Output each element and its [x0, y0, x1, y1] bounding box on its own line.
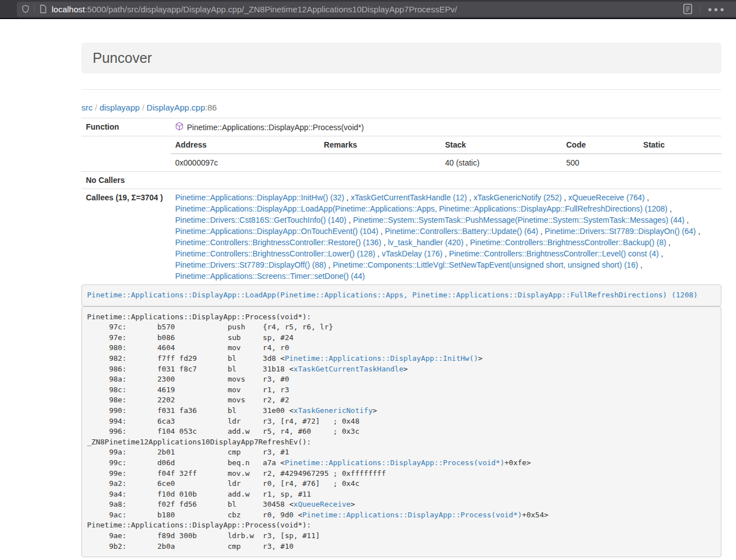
url-bar[interactable]: localhost:5000/path/src/displayapp/Displ…: [17, 2, 736, 17]
callee-link[interactable]: Pinetime::System::SystemTask::PushMessag…: [353, 215, 685, 224]
callee-link[interactable]: Pinetime::Components::LittleVgl::SetNewT…: [333, 260, 638, 269]
callee-link[interactable]: Pinetime::Controllers::BrightnessControl…: [175, 249, 375, 258]
page-title: Puncover: [93, 50, 710, 66]
table-row: Address Remarks Stack Code Static 0x0000…: [81, 136, 721, 172]
assembly-symbol-link[interactable]: xQueueReceive: [294, 500, 351, 508]
more-menu-icon[interactable]: ●●●: [705, 5, 732, 13]
callee-link[interactable]: Pinetime::Applications::DisplayApp::Init…: [175, 193, 344, 202]
table-row: Function Pinetime::Applications::Display…: [81, 118, 721, 136]
col-header-address: Address: [171, 136, 319, 154]
col-header-code: Code: [561, 136, 638, 154]
url-path: :5000/path/src/displayapp/DisplayApp.cpp…: [85, 4, 457, 14]
function-detail-table: Address Remarks Stack Code Static 0x0000…: [171, 136, 721, 171]
breadcrumb-separator: /: [140, 103, 147, 112]
cell-remarks: [319, 154, 441, 171]
browser-toolbar: localhost:5000/path/src/displayapp/Displ…: [0, 0, 736, 19]
callee-link[interactable]: Pinetime::Applications::DisplayApp::Load…: [175, 204, 668, 213]
cell-address: 0x0000097c: [171, 154, 319, 171]
divider: [34, 4, 35, 13]
assembly-symbol-link[interactable]: xTaskGenericNotify: [294, 406, 373, 415]
breadcrumb-separator: /: [93, 103, 99, 112]
assembly-symbol-link[interactable]: Pinetime::Applications::DisplayApp::Proc…: [303, 511, 522, 519]
breadcrumb-link[interactable]: src: [81, 103, 93, 112]
shield-icon[interactable]: [21, 4, 30, 13]
breadcrumb-link[interactable]: displayapp: [99, 103, 140, 112]
callee-link[interactable]: Pinetime::Controllers::BrightnessControl…: [470, 238, 666, 247]
highlighted-callee-box: Pinetime::Applications::DisplayApp::Load…: [81, 284, 721, 306]
callee-link[interactable]: lv_task_handler (420): [388, 238, 464, 247]
url-host: localhost: [52, 4, 85, 14]
callee-link[interactable]: Pinetime::Drivers::Cst816S::GetTouchInfo…: [175, 215, 346, 224]
reader-mode-icon[interactable]: [682, 3, 693, 15]
callee-link[interactable]: Pinetime::Controllers::BrightnessControl…: [175, 238, 381, 247]
callee-link[interactable]: Pinetime::Controllers::BrightnessControl…: [449, 249, 659, 258]
callee-link[interactable]: xTaskGenericNotify (252): [473, 193, 561, 202]
highlighted-callee-link[interactable]: Pinetime::Applications::DisplayApp::Load…: [87, 291, 698, 299]
symbol-info-table: Function Pinetime::Applications::Display…: [81, 118, 721, 284]
callee-link[interactable]: Pinetime::Drivers::St7789::DisplayOff() …: [175, 260, 326, 269]
symbol-cube-icon: [175, 122, 184, 134]
callee-link[interactable]: Pinetime::Applications::Screens::Timer::…: [175, 272, 365, 281]
app-header: Puncover: [81, 43, 721, 74]
callee-link[interactable]: xTaskGetCurrentTaskHandle (12): [351, 193, 467, 202]
callees-list: Pinetime::Applications::DisplayApp::Init…: [171, 189, 721, 285]
breadcrumb-link[interactable]: DisplayApp.cpp: [147, 103, 205, 112]
assembly-symbol-link[interactable]: Pinetime::Applications::DisplayApp::Init…: [285, 354, 478, 362]
assembly-symbol-link[interactable]: Pinetime::Applications::DisplayApp::Proc…: [285, 458, 504, 467]
table-row: 0x0000097c 40 (static) 500: [171, 154, 721, 171]
cell-code: 500: [561, 154, 638, 171]
assembly-listing: Pinetime::Applications::DisplayApp::Proc…: [81, 306, 721, 558]
url-input[interactable]: localhost:5000/path/src/displayapp/Displ…: [52, 4, 680, 14]
page-info-icon[interactable]: [39, 4, 47, 13]
callee-link[interactable]: vTaskDelay (176): [382, 249, 442, 258]
divider: [81, 89, 721, 90]
col-header-stack: Stack: [441, 136, 562, 154]
function-row-label: Function: [81, 118, 171, 136]
callee-link[interactable]: Pinetime::Applications::DisplayApp::OnTo…: [175, 227, 378, 236]
table-row: Callees (19, Σ=3704 ) Pinetime::Applicat…: [81, 189, 721, 285]
callee-link[interactable]: Pinetime::Drivers::St7789::DisplayOn() (…: [545, 227, 696, 236]
divider: [700, 4, 701, 13]
cell-stack: 40 (static): [441, 154, 562, 171]
page-container: Puncover src/displayapp/DisplayApp.cpp:8…: [81, 43, 721, 557]
breadcrumb-line-number: :86: [205, 103, 217, 112]
callees-label: Callees (19, Σ=3704 ): [81, 189, 171, 285]
function-name: Pinetime::Applications::DisplayApp::Proc…: [187, 122, 364, 133]
table-row: No Callers: [81, 172, 721, 189]
callee-link[interactable]: Pinetime::Controllers::Battery::Update()…: [385, 227, 538, 236]
no-callers-label: No Callers: [81, 172, 171, 189]
col-header-static: Static: [639, 136, 721, 154]
breadcrumb: src/displayapp/DisplayApp.cpp:86: [81, 103, 721, 112]
col-header-remarks: Remarks: [319, 136, 441, 154]
assembly-symbol-link[interactable]: xTaskGetCurrentTaskHandle: [294, 365, 404, 373]
cell-static: [639, 154, 721, 171]
callee-link[interactable]: xQueueReceive (764): [568, 193, 644, 202]
